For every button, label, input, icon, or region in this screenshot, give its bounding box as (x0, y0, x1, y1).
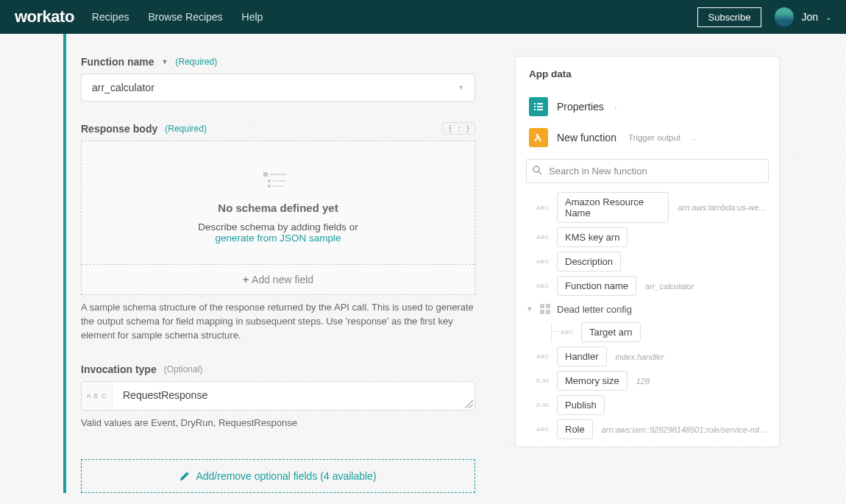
lambda-icon (529, 128, 548, 147)
chevron-down-icon: ▼ (458, 84, 464, 91)
pill-arn[interactable]: ABC Amazon Resource Name arn:aws:lambda:… (535, 192, 769, 223)
svg-rect-7 (537, 103, 543, 104)
svg-rect-17 (546, 310, 550, 314)
invocation-type-label: Invocation type (81, 363, 157, 375)
svg-rect-4 (268, 185, 271, 188)
required-badge: (Required) (175, 57, 217, 67)
svg-rect-10 (534, 109, 536, 110)
subscribe-button[interactable]: Subscribe (697, 7, 762, 27)
resize-handle[interactable] (464, 400, 473, 408)
svg-rect-2 (268, 180, 271, 182)
pill-publish[interactable]: 0.00 Publish (535, 395, 769, 415)
generate-json-link[interactable]: generate from JSON sample (215, 233, 341, 244)
type-badge-abc: ABC (535, 258, 551, 265)
nav-recipes[interactable]: Recipes (92, 11, 129, 23)
svg-rect-1 (270, 174, 286, 175)
code-toggle[interactable]: { : } (443, 122, 475, 135)
type-badge-abc: ABC (535, 234, 551, 241)
chevron-right-icon: › (614, 102, 617, 111)
invocation-type-value[interactable]: RequestResponse (113, 382, 463, 410)
function-name-value: arr_calculator (92, 82, 458, 93)
pill-function-name[interactable]: ABC Function name arr_calculator (535, 276, 769, 296)
svg-rect-8 (534, 106, 536, 107)
type-badge-abc: A B C (82, 382, 113, 410)
type-badge-num: 0.00 (535, 402, 551, 408)
svg-rect-9 (537, 106, 543, 107)
pill-description[interactable]: ABC Description (535, 252, 769, 271)
top-nav: workato Recipes Browse Recipes Help Subs… (0, 0, 846, 34)
object-icon (539, 303, 551, 315)
pill-kms[interactable]: ABC KMS key arn (535, 227, 769, 247)
new-function-label: New function (557, 132, 616, 143)
schema-empty-icon (263, 169, 293, 191)
trigger-output-label: Trigger output (628, 133, 680, 142)
username: Jon (801, 11, 818, 23)
properties-row[interactable]: Properties › (526, 91, 769, 122)
properties-icon (529, 97, 548, 116)
svg-rect-15 (546, 304, 550, 308)
pencil-icon (179, 471, 190, 481)
panel-title: App data (526, 68, 769, 79)
type-badge-abc: ABC (535, 353, 551, 360)
invocation-type-input[interactable]: A B C RequestResponse (81, 381, 475, 411)
svg-rect-0 (263, 172, 268, 177)
logo[interactable]: workato (15, 7, 74, 26)
function-name-select[interactable]: arr_calculator ▼ (81, 74, 475, 102)
pill-target-arn[interactable]: ABC Target arn (559, 322, 769, 342)
new-function-row[interactable]: New function Trigger output ⌄ (526, 122, 769, 153)
type-badge-abc: ABC (559, 329, 575, 336)
nav-links: Recipes Browse Recipes Help (92, 11, 263, 23)
user-menu[interactable]: Jon ⌄ (775, 7, 831, 26)
response-help-text: A sample schema structure of the respons… (81, 301, 475, 343)
nav-help[interactable]: Help (242, 11, 263, 23)
svg-rect-6 (534, 103, 536, 104)
schema-editor: No schema defined yet Describe schema by… (81, 141, 475, 295)
chevron-down-icon: ⌄ (825, 13, 831, 21)
optional-badge: (Optional) (164, 364, 203, 375)
function-name-label: Function name (81, 56, 154, 68)
add-remove-optional-button[interactable]: Add/remove optional fields (4 available) (81, 459, 475, 493)
caret-down-icon: ▼ (162, 58, 168, 65)
type-badge-abc: ABC (535, 205, 551, 211)
add-field-button[interactable]: Add new field (82, 264, 474, 294)
schema-desc-text: Describe schema by adding fields or (198, 221, 358, 233)
required-badge: (Required) (165, 124, 207, 134)
form-area: Function name ▼ (Required) arr_calculato… (66, 34, 493, 493)
type-badge-num: 0.00 (535, 377, 551, 384)
group-dead-letter[interactable]: ▼ Dead letter config (526, 300, 769, 318)
avatar (775, 7, 794, 26)
chevron-down-icon: ⌄ (691, 133, 697, 143)
app-data-sidebar: App data Properties › New function Trigg… (515, 56, 780, 493)
svg-rect-11 (537, 109, 543, 110)
caret-down-icon: ▼ (526, 305, 533, 313)
properties-label: Properties (557, 101, 604, 113)
response-body-label: Response body (81, 123, 157, 135)
nav-browse[interactable]: Browse Recipes (148, 11, 222, 23)
pill-role[interactable]: ABC Role arn:aws:iam::928298148501:role/… (535, 419, 769, 439)
pill-memory-size[interactable]: 0.00 Memory size 128 (535, 371, 769, 391)
svg-rect-3 (273, 180, 286, 182)
svg-rect-16 (540, 310, 544, 314)
search-input[interactable] (526, 159, 769, 183)
schema-empty-title: No schema defined yet (96, 202, 460, 214)
function-name-field: Function name ▼ (Required) arr_calculato… (81, 56, 475, 102)
response-body-field: Response body (Required) { : } (81, 122, 475, 343)
svg-rect-5 (273, 185, 283, 187)
type-badge-abc: ABC (535, 426, 551, 433)
invocation-help-text: Valid values are Event, DryRun, RequestR… (81, 416, 475, 430)
pill-handler[interactable]: ABC Handler index.handler (535, 347, 769, 366)
type-badge-abc: ABC (535, 283, 551, 289)
svg-rect-14 (540, 304, 544, 308)
data-pill-list: ABC Amazon Resource Name arn:aws:lambda:… (526, 192, 769, 439)
invocation-type-field: Invocation type (Optional) A B C Request… (81, 363, 475, 430)
